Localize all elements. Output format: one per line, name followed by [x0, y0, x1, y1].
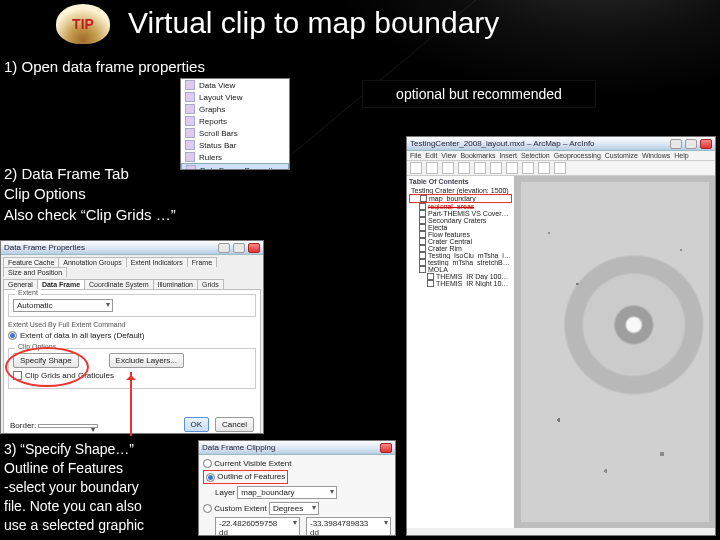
menu-item[interactable]: Rulers [181, 151, 289, 163]
arcmap-titlebar[interactable]: TestingCenter_2008_layout.mxd – ArcMap –… [407, 137, 715, 151]
dfp-titlebar[interactable]: Data Frame Properties [1, 241, 263, 255]
tab-data-frame[interactable]: Data Frame [37, 279, 85, 289]
toc-root[interactable]: Testing Crater (elevation: 1500) [409, 187, 512, 194]
checkbox-icon[interactable] [419, 252, 426, 259]
tab-coord-sys[interactable]: Coordinate System [84, 279, 154, 289]
toolbar-button[interactable] [426, 162, 438, 174]
menu-selection[interactable]: Selection [521, 152, 550, 159]
arcmap-window[interactable]: TestingCenter_2008_layout.mxd – ArcMap –… [406, 136, 716, 536]
maximize-button[interactable] [685, 139, 697, 149]
close-button[interactable] [380, 443, 392, 453]
arcmap-menubar[interactable]: File Edit View Bookmarks Insert Selectio… [407, 151, 715, 161]
menu-bookmarks[interactable]: Bookmarks [460, 152, 495, 159]
toc-node[interactable]: Part-THEMIS VS Coverage [409, 210, 512, 217]
clip-opt-current[interactable]: Current Visible Extent [203, 459, 391, 468]
data-frame-clipping-dialog[interactable]: Data Frame Clipping Current Visible Exte… [198, 440, 396, 536]
toc-label: Part-THEMIS VS Coverage [428, 210, 512, 217]
checkbox-icon[interactable] [419, 238, 426, 245]
checkbox-icon[interactable] [419, 217, 426, 224]
toc-node[interactable]: THEMIS_IR Day 100m_isTHd.jp2 [409, 273, 512, 280]
toc-node[interactable]: Crater Rim [409, 245, 512, 252]
clip-bottom-field[interactable]: -33.3984789833 dd [306, 517, 391, 536]
menu-windows[interactable]: Windows [642, 152, 670, 159]
toc-node[interactable]: Ejecta [409, 224, 512, 231]
checkbox-icon[interactable] [419, 224, 426, 231]
checkbox-icon[interactable] [419, 266, 426, 273]
checkbox-icon[interactable] [419, 259, 426, 266]
toolbar-button[interactable] [458, 162, 470, 174]
menu-file[interactable]: File [410, 152, 421, 159]
toc-node[interactable]: regional_areas [409, 203, 512, 210]
checkbox-icon[interactable] [419, 203, 426, 210]
specify-shape-button[interactable]: Specify Shape [13, 353, 79, 368]
clip-opt-outline[interactable]: Outline of Features [203, 470, 288, 483]
menu-view[interactable]: View [441, 152, 456, 159]
map-view[interactable] [515, 176, 715, 528]
toolbar-button[interactable] [490, 162, 502, 174]
tab-size-position[interactable]: Size and Position [3, 267, 67, 277]
menu-item-dfp[interactable]: Data Frame Properties [181, 163, 289, 170]
checkbox-icon[interactable] [427, 273, 434, 280]
tab-annotation-groups[interactable]: Annotation Groups [58, 257, 126, 267]
toc-node[interactable]: Secondary Craters [409, 217, 512, 224]
tab-extent-indicators[interactable]: Extent Indicators [126, 257, 188, 267]
menu-customize[interactable]: Customize [605, 152, 638, 159]
toolbar-button[interactable] [474, 162, 486, 174]
border-select[interactable] [38, 424, 98, 428]
toolbar-button[interactable] [410, 162, 422, 174]
exclude-layers-button[interactable]: Exclude Layers... [109, 353, 184, 368]
toc-root-label: Testing Crater (elevation: 1500) [411, 187, 509, 194]
toc-node[interactable]: testing_mTsha_stretchBand1 sTRejection.d… [409, 259, 512, 266]
close-button[interactable] [248, 243, 260, 253]
menu-edit[interactable]: Edit [425, 152, 437, 159]
toc-label: THEMIS_IR Day 100m_isTHd.jp2 [436, 273, 512, 280]
data-frame-properties-dialog[interactable]: Data Frame Properties Feature Cache Anno… [0, 240, 264, 434]
ok-button[interactable]: OK [184, 417, 210, 432]
menu-geoprocessing[interactable]: Geoprocessing [554, 152, 601, 159]
toolbar-button[interactable] [554, 162, 566, 174]
toolbar-button[interactable] [522, 162, 534, 174]
view-menu[interactable]: Data View Layout View Graphs Reports Scr… [180, 78, 290, 170]
checkbox-icon[interactable] [420, 195, 427, 202]
clip-top-field[interactable]: -22.4826059758 dd [215, 517, 300, 536]
tab-feature-cache[interactable]: Feature Cache [3, 257, 59, 267]
arcmap-toolbar[interactable] [407, 161, 715, 176]
toc-node[interactable]: Crater Central [409, 238, 512, 245]
cancel-button[interactable]: Cancel [215, 417, 254, 432]
menu-help[interactable]: Help [674, 152, 688, 159]
menu-item[interactable]: Layout View [181, 91, 289, 103]
tab-general[interactable]: General [3, 279, 38, 289]
table-of-contents[interactable]: Table Of Contents Testing Crater (elevat… [407, 176, 515, 528]
clip-units-select[interactable]: Degrees [269, 502, 319, 515]
toolbar-button[interactable] [538, 162, 550, 174]
minimize-button[interactable] [218, 243, 230, 253]
tab-illumination[interactable]: Illumination [153, 279, 198, 289]
clip-opt-custom[interactable]: Custom Extent Degrees [203, 502, 391, 515]
extent-default-radio[interactable]: Extent of data in all layers (Default) [8, 331, 256, 340]
toc-node[interactable]: THEMIS_IR Night 100m_isTHd.jp2 [409, 280, 512, 287]
checkbox-icon[interactable] [427, 280, 434, 287]
menu-item[interactable]: Status Bar [181, 139, 289, 151]
toolbar-button[interactable] [442, 162, 454, 174]
tab-frame[interactable]: Frame [187, 257, 217, 267]
menu-item[interactable]: Data View [181, 79, 289, 91]
minimize-button[interactable] [670, 139, 682, 149]
tab-grids[interactable]: Grids [197, 279, 224, 289]
clip-layer-select[interactable]: map_boundary [237, 486, 337, 499]
toc-node-boundary[interactable]: map_boundary [409, 194, 512, 203]
toc-node[interactable]: MOLA [409, 266, 512, 273]
maximize-button[interactable] [233, 243, 245, 253]
toc-node[interactable]: Testing_IsoClu_mTsha_isTHd_sg5 [409, 252, 512, 259]
checkbox-icon[interactable] [419, 210, 426, 217]
toolbar-button[interactable] [506, 162, 518, 174]
checkbox-icon[interactable] [419, 245, 426, 252]
extent-select[interactable]: Automatic [13, 299, 113, 312]
toc-node[interactable]: Flow features [409, 231, 512, 238]
clip-titlebar[interactable]: Data Frame Clipping [199, 441, 395, 455]
menu-item[interactable]: Reports [181, 115, 289, 127]
menu-item[interactable]: Graphs [181, 103, 289, 115]
menu-insert[interactable]: Insert [499, 152, 517, 159]
menu-item[interactable]: Scroll Bars [181, 127, 289, 139]
checkbox-icon[interactable] [419, 231, 426, 238]
close-button[interactable] [700, 139, 712, 149]
